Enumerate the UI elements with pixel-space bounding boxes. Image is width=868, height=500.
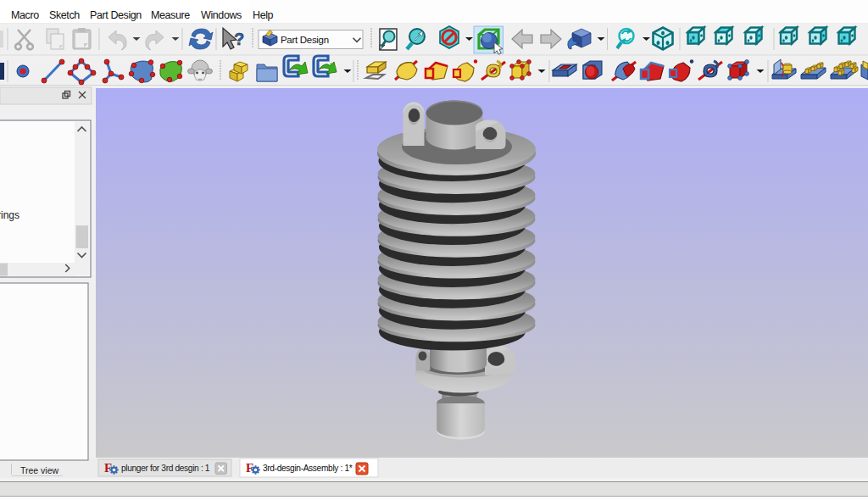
svg-text:3rd-desgin-Assembly : 1*: 3rd-desgin-Assembly : 1*	[263, 464, 353, 473]
svg-text:Windows: Windows	[201, 9, 242, 21]
svg-text:Measure: Measure	[151, 9, 190, 21]
svg-text:?: ?	[234, 30, 244, 48]
svg-text:Tree view: Tree view	[20, 465, 59, 475]
svg-text:Sketch: Sketch	[49, 9, 80, 21]
svg-text:plunger for 3rd desgin : 1: plunger for 3rd desgin : 1	[121, 464, 210, 473]
svg-text:Part Design: Part Design	[281, 35, 329, 45]
svg-text:Help: Help	[253, 9, 274, 21]
svg-text:Part Design: Part Design	[90, 9, 142, 21]
svg-text:rings: rings	[0, 209, 19, 221]
svg-text:Macro: Macro	[11, 9, 39, 21]
